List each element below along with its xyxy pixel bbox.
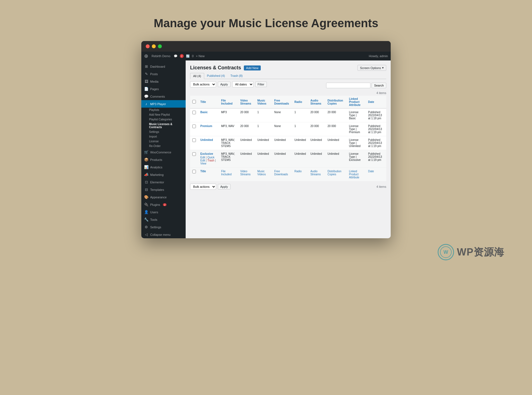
footer-th-dist: Distribution Copies — [325, 168, 347, 181]
search-button[interactable]: Search — [372, 83, 386, 88]
th-radio-link[interactable]: Radio — [294, 100, 302, 103]
row-checkbox[interactable] — [192, 152, 196, 156]
search-input[interactable] — [326, 83, 370, 88]
th-free-link[interactable]: Free Downloads — [274, 99, 289, 105]
sidebar-sub-settings[interactable]: Settings — [141, 130, 186, 134]
sidebar-item-media[interactable]: 🖼 Media — [141, 78, 186, 85]
sidebar-item-tools[interactable]: 🔧 Tools — [141, 216, 186, 223]
svg-text:W: W — [444, 249, 448, 255]
sidebar-sub-import[interactable]: Import — [141, 134, 186, 139]
sidebar-sub-license[interactable]: License — [141, 139, 186, 144]
th-video-streams: Video Streams — [238, 96, 255, 108]
bulk-actions-bottom-select[interactable]: Bulk actions — [190, 184, 216, 190]
sidebar-item-elementor[interactable]: ⊡ Elementor — [141, 178, 186, 186]
row-music-videos: Unlimited — [255, 150, 272, 168]
sidebar-item-appearance[interactable]: 🎨 Appearance — [141, 193, 186, 201]
table-row: Premium MP3, WAV 20 000 1 None 1 20 000 … — [190, 122, 386, 136]
add-new-button[interactable]: Add New — [244, 65, 261, 70]
sidebar-collapse-label: Collapse menu — [150, 233, 170, 236]
trash-link[interactable]: Trash — [207, 159, 214, 162]
row-checkbox[interactable] — [192, 125, 196, 128]
sidebar-item-mp3player[interactable]: ♪ MP3 Player — [141, 100, 186, 108]
sidebar-appearance-label: Appearance — [150, 196, 167, 199]
row-title-link[interactable]: Unlimited — [200, 138, 213, 141]
mp3player-icon: ♪ — [144, 102, 149, 106]
row-title-link[interactable]: Exclusive — [200, 152, 213, 155]
sidebar-users-label: Users — [150, 211, 158, 214]
dates-select[interactable]: All dates — [232, 81, 254, 87]
sidebar-item-templates[interactable]: ⊟ Templates — [141, 186, 186, 193]
chevron-down-icon: ▾ — [382, 66, 384, 70]
tab-published[interactable]: Published (4) — [204, 73, 228, 79]
close-icon[interactable] — [146, 44, 150, 48]
apply-button[interactable]: Apply — [218, 82, 231, 87]
sidebar-sub-reorder[interactable]: Re-Order — [141, 144, 186, 148]
sidebar-item-posts[interactable]: ✎ Posts — [141, 70, 186, 78]
sidebar-item-plugins[interactable]: 🔌 Plugins 2 — [141, 201, 186, 208]
th-date: Date — [366, 96, 386, 108]
th-audio-link[interactable]: Audio Streams — [310, 99, 321, 105]
row-linked-product: License Type | Unlimited — [347, 136, 366, 150]
new-item-btn[interactable]: + New — [196, 54, 205, 58]
sidebar-item-analytics[interactable]: 📊 Analytics — [141, 163, 186, 171]
sidebar-add-playlist-label: Add New Playlist — [149, 113, 170, 116]
view-link[interactable]: View — [200, 162, 206, 165]
th-file-link[interactable]: File Included — [221, 99, 232, 105]
sidebar-pages-label: Pages — [150, 87, 159, 91]
sidebar-item-dashboard[interactable]: ⊞ Dashboard — [141, 63, 186, 70]
edit-link[interactable]: Edit — [200, 156, 205, 159]
th-title-link[interactable]: Title — [200, 100, 206, 103]
tab-trash[interactable]: Trash (8) — [228, 73, 245, 79]
wp-sidebar: ⊞ Dashboard ✎ Posts 🖼 Media 📄 Pages 💬 Co… — [141, 60, 186, 238]
sidebar-item-marketing[interactable]: 📣 Marketing — [141, 171, 186, 178]
row-title: Exclusive Edit | Quick Edit | Trash | Vi… — [198, 150, 219, 168]
sidebar-sub-music-licenses[interactable]: Music Licenses & Contracts — [141, 122, 186, 130]
sidebar-item-users[interactable]: 👤 Users — [141, 208, 186, 216]
sidebar-item-products[interactable]: 📦 Products — [141, 156, 186, 163]
sidebar-playlists-label: Playlists — [149, 108, 159, 112]
filter-button[interactable]: Filter — [255, 82, 267, 87]
howdy-text: Howdy, admin — [369, 54, 388, 58]
th-linked-link[interactable]: Linked Product Attribute — [349, 97, 360, 107]
maximize-icon[interactable] — [158, 44, 162, 48]
row-checkbox[interactable] — [192, 138, 196, 142]
sidebar-media-label: Media — [150, 80, 158, 83]
sidebar-item-collapse[interactable]: ◁ Collapse menu — [141, 231, 186, 238]
table-footer: Bulk actions Apply 4 items — [190, 184, 386, 190]
row-date: Published 2022/04/13 at 1:19 pm — [366, 150, 386, 168]
tab-all[interactable]: All (4) — [190, 73, 204, 79]
sidebar-item-comments[interactable]: 💬 Comments — [141, 93, 186, 100]
select-all-checkbox[interactable] — [192, 100, 196, 103]
bulk-actions-select[interactable]: Bulk actions — [190, 81, 216, 87]
sidebar-sub-playlist-cats[interactable]: Playlist Categories — [141, 117, 186, 122]
apply-bottom-button[interactable]: Apply — [218, 184, 231, 189]
sidebar-sub-playlists[interactable]: Playlists — [141, 108, 186, 112]
row-title-link[interactable]: Basic — [200, 111, 208, 114]
th-free-downloads: Free Downloads — [272, 96, 292, 108]
licenses-table: Title File Included Video Streams Music … — [190, 96, 386, 181]
wp-main-content: Licenses & Contracts Add New Screen Opti… — [186, 60, 391, 238]
row-file-included: MP3, WAV, TRACK STEMS — [219, 136, 238, 150]
sidebar-sub-add-playlist[interactable]: Add New Playlist — [141, 112, 186, 117]
comments-count: 2 — [180, 54, 184, 58]
site-name[interactable]: Rebirth Demo — [152, 54, 170, 58]
sidebar-item-settings[interactable]: ⚙ Settings — [141, 223, 186, 231]
comments-icon[interactable]: 💬 — [174, 54, 178, 58]
settings-icon: ⚙ — [144, 225, 149, 229]
marketing-icon: 📣 — [144, 173, 149, 177]
th-music-link[interactable]: Music Videos — [257, 99, 267, 105]
row-checkbox[interactable] — [192, 111, 196, 114]
th-dist-link[interactable]: Distribution Copies — [328, 99, 343, 105]
footer-th-linked: Linked Product Attribute — [347, 168, 366, 181]
row-title-link[interactable]: Premium — [200, 125, 212, 128]
th-date-link[interactable]: Date — [368, 100, 374, 103]
th-video-link[interactable]: Video Streams — [240, 99, 251, 105]
row-video-streams: 20 000 — [238, 122, 255, 136]
minimize-icon[interactable] — [152, 44, 156, 48]
sidebar-item-pages[interactable]: 📄 Pages — [141, 85, 186, 93]
updates-icon[interactable]: 🔄 — [186, 54, 190, 58]
sidebar-item-woocommerce[interactable]: 🛒 WooCommerce — [141, 148, 186, 156]
table-row: Unlimited MP3, WAV, TRACK STEMS Unlimite… — [190, 136, 386, 150]
select-all-bottom-checkbox[interactable] — [192, 170, 196, 173]
screen-options-button[interactable]: Screen Options ▾ — [357, 65, 386, 71]
